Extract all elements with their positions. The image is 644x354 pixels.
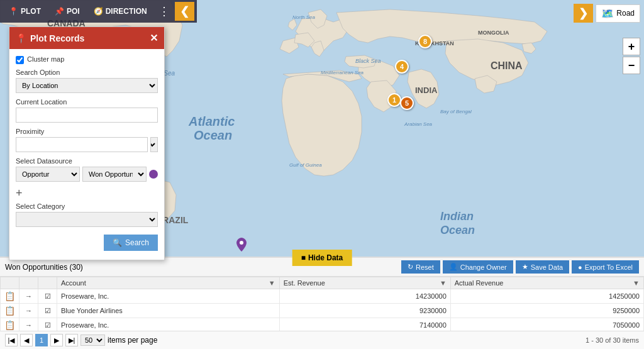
proximity-row: Proximity Mile (16, 128, 158, 152)
reset-icon: ↻ (408, 263, 413, 271)
current-location-label: Current Location (16, 98, 158, 106)
export-btn[interactable]: ● Export To Excel (572, 260, 639, 274)
col-header-icon2 (19, 277, 38, 289)
map-pin-4[interactable]: 5 (400, 96, 414, 110)
collapse-btn[interactable]: ❮ (175, 2, 194, 21)
datasource1-select[interactable]: Opportur (16, 167, 80, 182)
export-icon: ● (578, 263, 582, 271)
row-nav-icon[interactable]: → (19, 289, 38, 304)
svg-text:North Sea: North Sea (292, 14, 316, 20)
datasource-color-dot (149, 170, 158, 179)
col-header-checkbox (38, 277, 57, 289)
save-data-btn[interactable]: ★ Save Data (516, 260, 569, 274)
next-arrow-btn[interactable]: ❯ (574, 4, 593, 23)
direction-label: DIRECTION (106, 7, 147, 16)
search-btn[interactable]: 🔍 Search (104, 235, 158, 251)
svg-text:Mediterranean Sea: Mediterranean Sea (321, 70, 364, 75)
data-section-title: Won Opportunities (30) (5, 263, 83, 272)
proximity-inputs: Mile (16, 137, 158, 152)
cluster-label: Cluster map (27, 55, 64, 63)
last-page-btn[interactable]: ▶| (65, 334, 78, 346)
category-select[interactable] (16, 212, 158, 227)
row-nav-icon[interactable]: → (19, 318, 38, 331)
col-header-actual-revenue: Actual Revenue ▼ (450, 277, 643, 289)
plot-panel: 📍 Plot Records ✕ Cluster map Search Opti… (9, 26, 165, 260)
export-label: Export To Excel (585, 263, 633, 271)
map-pin-3[interactable]: 1 (387, 93, 401, 107)
pagination: |◀ ◀ 1 ▶ ▶| 50 items per page 1 - 30 of … (0, 331, 644, 349)
hide-data-btn[interactable]: ■ Hide Data (292, 250, 352, 266)
datasource-label: Select Datasource (16, 157, 158, 165)
zoom-in-btn[interactable]: + (623, 38, 640, 55)
owner-icon: 👤 (449, 263, 458, 271)
table-row: 📋 → ☑ Proseware, Inc. 14230000 14250000 (1, 289, 644, 304)
search-option-select[interactable]: By Location (16, 78, 158, 93)
svg-text:Arabian Sea: Arabian Sea (404, 121, 433, 127)
datasource2-select[interactable]: Won Opportunitie (82, 167, 147, 182)
plot-panel-body: Cluster map Search Option By Location Cu… (9, 49, 164, 260)
save-data-label: Save Data (531, 263, 563, 271)
proximity-value-input[interactable] (16, 137, 148, 152)
table-row: 📋 → ☑ Proseware, Inc. 7140000 7050000 (1, 318, 644, 331)
datasource-inputs: Opportur Won Opportunitie (16, 167, 158, 182)
proximity-unit-select[interactable]: Mile (150, 137, 158, 152)
per-page-select[interactable]: 50 (80, 335, 105, 346)
map-pin-purple[interactable] (236, 238, 247, 252)
row-est-revenue: 7140000 (279, 318, 450, 331)
top-nav: 📍 PLOT 📌 POI 🧭 DIRECTION ⋮ ❮ (0, 0, 197, 23)
row-nav-icon[interactable]: → (19, 304, 38, 318)
poi-label: POI (67, 7, 80, 16)
first-page-btn[interactable]: |◀ (5, 334, 18, 346)
plot-nav-btn[interactable]: 📍 PLOT (3, 4, 47, 18)
search-option-label: Search Option (16, 69, 158, 76)
svg-text:INDIA: INDIA (415, 86, 438, 95)
actual-revenue-filter-icon[interactable]: ▼ (633, 279, 640, 287)
hide-data-label: Hide Data (308, 253, 343, 262)
svg-point-18 (240, 241, 243, 245)
cluster-map-checkbox[interactable] (16, 56, 24, 64)
zoom-out-btn[interactable]: − (623, 57, 640, 74)
col-header-est-revenue: Est. Revenue ▼ (279, 277, 450, 289)
plot-icon: 📍 (9, 7, 18, 16)
map-pin-2[interactable]: 4 (395, 60, 409, 74)
est-revenue-filter-icon[interactable]: ▼ (440, 279, 447, 287)
svg-text:MONGOLIA: MONGOLIA (478, 30, 509, 36)
road-view-btn[interactable]: 🗺️ Road (596, 4, 640, 23)
account-filter-icon[interactable]: ▼ (269, 279, 275, 287)
datasource-row: Select Datasource Opportur Won Opportuni… (16, 157, 158, 182)
panel-close-btn[interactable]: ✕ (150, 32, 158, 44)
svg-text:Atlantic: Atlantic (188, 114, 235, 128)
change-owner-btn[interactable]: 👤 Change Owner (443, 260, 513, 274)
row-actual-revenue: 14250000 (450, 289, 643, 304)
row-checkbox: ☑ (38, 289, 57, 304)
search-option-row: Search Option By Location (16, 69, 158, 93)
reset-btn[interactable]: ↻ Reset (401, 260, 440, 274)
direction-nav-btn[interactable]: 🧭 DIRECTION (87, 4, 153, 18)
change-owner-label: Change Owner (460, 263, 507, 271)
row-icon: 📋 (1, 304, 19, 318)
table-body: 📋 → ☑ Proseware, Inc. 14230000 14250000 … (1, 289, 644, 331)
panel-title: Plot Records (30, 33, 84, 43)
cluster-row: Cluster map (16, 55, 158, 65)
row-checkbox: ☑ (38, 304, 57, 318)
add-datasource-btn[interactable]: + (16, 187, 158, 200)
row-est-revenue: 14230000 (279, 289, 450, 304)
current-location-input[interactable] (16, 108, 158, 123)
row-actual-revenue: 7050000 (450, 318, 643, 331)
data-table: Account ▼ Est. Revenue ▼ Actual Revenue (0, 277, 644, 331)
svg-text:Ocean: Ocean (440, 224, 475, 236)
next-page-btn[interactable]: ▶ (50, 334, 63, 346)
map-pin-1[interactable]: 8 (418, 35, 432, 48)
svg-text:Ocean: Ocean (194, 128, 232, 142)
panel-title-area: 📍 Plot Records (16, 33, 84, 43)
col-header-account: Account ▼ (57, 277, 280, 289)
more-menu-btn[interactable]: ⋮ (155, 4, 174, 18)
row-account: Proseware, Inc. (57, 318, 280, 331)
row-account: Proseware, Inc. (57, 289, 280, 304)
svg-text:Gulf of Guinea: Gulf of Guinea (289, 162, 322, 168)
data-actions: ↻ Reset 👤 Change Owner ★ Save Data ● Exp… (401, 260, 639, 274)
hide-data-icon: ■ (301, 253, 306, 262)
prev-page-btn[interactable]: ◀ (20, 334, 33, 346)
poi-nav-btn[interactable]: 📌 POI (48, 4, 86, 18)
row-account: Blue Yonder Airlines (57, 304, 280, 318)
